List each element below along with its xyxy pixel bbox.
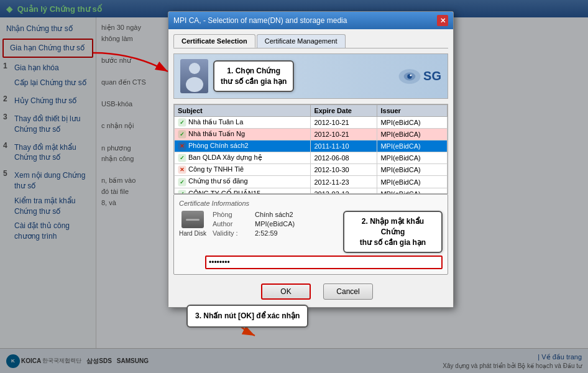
svg-text:✓: ✓	[180, 119, 185, 126]
dialog-close-button[interactable]: ✕	[437, 15, 448, 26]
table-row[interactable]: ✓ Chứng thư số đăng2012-11-23MPI(eBidCA)	[175, 176, 448, 188]
field-phong: Phòng Chính sách2	[213, 211, 337, 218]
cell-expire: 2012-10-21	[311, 129, 377, 140]
cell-subject: ✓ Nhà thầu Tuấn Ng	[175, 129, 311, 140]
main-page: ◆ Quản lý Chứng thư số Nhận Chứng thư số…	[0, 0, 588, 373]
cell-issuer: MPI(eBidCA)	[377, 152, 448, 164]
col-header-subject: Subject	[175, 105, 311, 117]
table-row[interactable]: ✓ CÔNG TY CỔ PHẦN152013-03-12MPI(eBidCA)	[175, 188, 448, 194]
cell-issuer: MPI(eBidCA)	[377, 117, 448, 129]
cell-expire: 2012-06-08	[311, 152, 377, 164]
svg-point-1	[186, 77, 203, 92]
dialog-buttons: OK Cancel	[173, 279, 448, 302]
cell-subject: ✕ Phòng Chính sách2	[175, 140, 311, 152]
cell-issuer: MPI(eBidCA)	[377, 176, 448, 188]
col-header-expire: Expire Date	[311, 105, 377, 117]
cell-issuer: MPI(eBidCA)	[377, 188, 448, 194]
cert-table-wrap[interactable]: Subject Expire Date Issuer ✓ Nhà thầu Tu…	[173, 104, 448, 194]
tab-certificate-selection[interactable]: Certificate Selection	[173, 34, 255, 48]
cell-issuer: MPI(eBidCA)	[377, 129, 448, 140]
password-row	[179, 256, 443, 269]
ok-button[interactable]: OK	[261, 283, 311, 300]
field-validity: Validity : 2:52:59	[213, 229, 337, 237]
callout-step1: 1. Chọn Chứng thư số cần gia hạn	[213, 60, 294, 93]
svg-text:✕: ✕	[180, 167, 185, 173]
table-row[interactable]: ✕ Công ty TNHH Tiê2012-10-30MPI(eBidCA)	[175, 164, 448, 176]
dialog: MPI CA, - Selection of name(DN) and stor…	[168, 11, 454, 308]
svg-point-5	[410, 74, 412, 76]
cell-issuer: MPI(eBidCA)	[377, 140, 448, 152]
cell-expire: 2011-11-10	[311, 140, 377, 152]
svg-text:✕: ✕	[180, 143, 185, 149]
col-header-issuer: Issuer	[377, 105, 448, 117]
svg-text:✓: ✓	[180, 131, 185, 137]
table-row[interactable]: ✓ Nhà thầu Tuấn Ng2012-10-21MPI(eBidCA)	[175, 129, 448, 140]
table-row[interactable]: ✓ Nhà thầu Tuân La2012-10-21MPI(eBidCA)	[175, 117, 448, 129]
cert-info-panel: Certificate Informations Hard Disk Phòng…	[173, 194, 448, 275]
cell-subject: ✕ Công ty TNHH Tiê	[175, 164, 311, 176]
svg-text:✓: ✓	[180, 155, 185, 161]
tab-bar: Certificate Selection Certificate Manage…	[173, 34, 448, 48]
cell-expire: 2013-03-12	[311, 188, 377, 194]
callout-step3: 3. Nhấn nút [OK] để xác nhận	[186, 305, 308, 328]
dialog-titlebar: MPI CA, - Selection of name(DN) and stor…	[168, 12, 453, 29]
svg-text:✓: ✓	[180, 179, 185, 185]
table-row[interactable]: ✓ Ban QLDA Xây dựng hệ2012-06-08MPI(eBid…	[175, 152, 448, 164]
cell-subject: ✓ Nhà thầu Tuân La	[175, 117, 311, 129]
dialog-body: Certificate Selection Certificate Manage…	[168, 29, 453, 307]
cell-expire: 2012-10-21	[311, 117, 377, 129]
cancel-button[interactable]: Cancel	[323, 283, 373, 300]
password-input[interactable]	[205, 256, 443, 269]
harddisk-storage: Hard Disk	[179, 211, 206, 237]
harddisk-graphic	[181, 211, 204, 228]
cell-subject: ✓ Ban QLDA Xây dựng hệ	[175, 152, 311, 164]
dialog-title: MPI CA, - Selection of name(DN) and stor…	[173, 16, 347, 25]
cell-expire: 2012-11-23	[311, 176, 377, 188]
svg-point-0	[189, 63, 200, 74]
cert-table: Subject Expire Date Issuer ✓ Nhà thầu Tu…	[174, 104, 448, 194]
tab-certificate-management[interactable]: Certificate Management	[257, 34, 346, 48]
banner-person-image	[180, 59, 208, 93]
cell-issuer: MPI(eBidCA)	[377, 164, 448, 176]
cert-info-body: Hard Disk Phòng Chính sách2 Author MPI(e…	[179, 211, 443, 253]
callout-step2: 2. Nhập mật khẩu Chứng thư số cần gia hạ…	[343, 211, 443, 253]
field-author: Author MPI(eBidCA)	[213, 220, 337, 228]
cell-subject: ✓ CÔNG TY CỔ PHẦN15	[175, 188, 311, 194]
sg-logo: SG	[398, 68, 441, 85]
cert-banner: 1. Chọn Chứng thư số cần gia hạn SG	[173, 53, 448, 99]
cert-fields: Phòng Chính sách2 Author MPI(eBidCA) Val…	[213, 211, 337, 239]
cell-expire: 2012-10-30	[311, 164, 377, 176]
cell-subject: ✓ Chứng thư số đăng	[175, 176, 311, 188]
cert-info-title: Certificate Informations	[179, 200, 443, 207]
table-row[interactable]: ✕ Phòng Chính sách22011-11-10MPI(eBidCA)	[175, 140, 448, 152]
